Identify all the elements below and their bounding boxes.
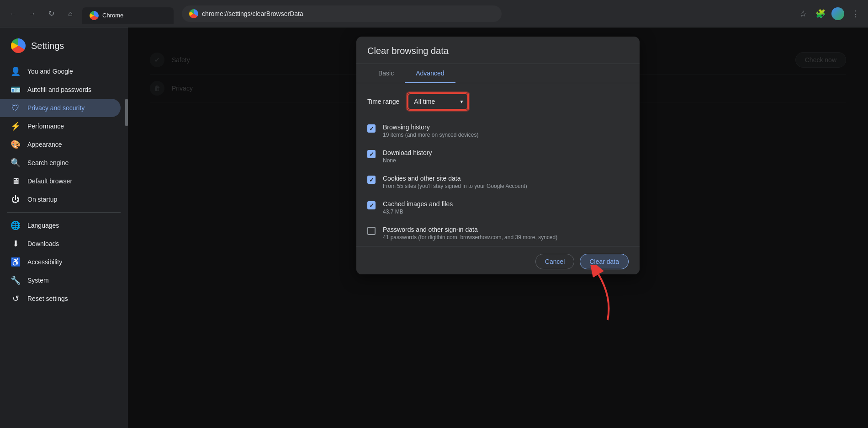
- sidebar-item-on-startup[interactable]: ⏻ On startup: [0, 190, 121, 209]
- tab-area: Chrome: [82, 5, 174, 22]
- sidebar-label-default-browser: Default browser: [27, 177, 72, 185]
- sidebar-item-performance[interactable]: ⚡ Performance: [0, 117, 121, 135]
- dialog-header: Clear browsing data: [356, 37, 640, 64]
- time-range-label: Time range: [367, 98, 399, 105]
- tab-basic[interactable]: Basic: [367, 64, 405, 83]
- speed-icon: ⚡: [11, 122, 20, 131]
- url-text: chrome://settings/clearBrowserData: [202, 10, 303, 17]
- sidebar-item-accessibility[interactable]: ♿ Accessibility: [0, 253, 121, 271]
- checkbox-browsing-history[interactable]: ✓ Browsing history 19 items (and more on…: [356, 118, 640, 144]
- sidebar-item-appearance[interactable]: 🎨 Appearance: [0, 135, 121, 154]
- cached-desc: 43.7 MB: [383, 209, 453, 215]
- clear-data-button[interactable]: Clear data: [580, 254, 629, 269]
- sidebar-label-accessibility: Accessibility: [27, 258, 62, 266]
- checkmark-icon: ✓: [369, 177, 374, 183]
- reload-button[interactable]: ↻: [44, 6, 58, 21]
- sidebar-nav: 👤 You and Google 🪪 Autofill and password…: [0, 62, 128, 308]
- forward-button[interactable]: →: [25, 6, 39, 21]
- download-icon: ⬇: [11, 239, 20, 248]
- sidebar-label-performance: Performance: [27, 123, 64, 130]
- sidebar-item-reset[interactable]: ↺ Reset settings: [0, 289, 121, 308]
- download-history-title: Download history: [383, 149, 432, 156]
- accessibility-icon: ♿: [11, 257, 20, 267]
- address-bar[interactable]: chrome://settings/clearBrowserData: [182, 5, 502, 22]
- power-icon: ⏻: [11, 195, 20, 204]
- desktop-icon: 🖥: [11, 177, 20, 186]
- active-tab[interactable]: Chrome: [82, 7, 174, 24]
- tab-advanced[interactable]: Advanced: [405, 64, 455, 83]
- checkmark-icon: ✓: [369, 125, 374, 132]
- sidebar-item-search[interactable]: 🔍 Search engine: [0, 154, 121, 172]
- main-layout: Settings 👤 You and Google 🪪 Autofill and…: [0, 27, 868, 428]
- time-range-select[interactable]: Last hour Last 24 hours Last 7 days Last…: [408, 93, 468, 110]
- sidebar-label-appearance: Appearance: [27, 141, 62, 148]
- sidebar-item-default-browser[interactable]: 🖥 Default browser: [0, 172, 121, 190]
- reset-icon: ↺: [11, 294, 20, 303]
- checkbox-cookies[interactable]: ✓ Cookies and other site data From 55 si…: [356, 169, 640, 195]
- download-history-desc: None: [383, 157, 432, 164]
- shield-icon: 🛡: [11, 103, 20, 112]
- cached-title: Cached images and files: [383, 200, 453, 208]
- checkbox-cookies-box[interactable]: ✓: [367, 176, 376, 184]
- checkbox-browsing-history-box[interactable]: ✓: [367, 124, 376, 133]
- tab-title: Chrome: [102, 12, 123, 19]
- sidebar-label-search: Search engine: [27, 159, 69, 166]
- cookies-desc: From 55 sites (you'll stay signed in to …: [383, 183, 527, 189]
- time-range-select-wrapper[interactable]: Last hour Last 24 hours Last 7 days Last…: [407, 92, 469, 111]
- sidebar-item-autofill[interactable]: 🪪 Autofill and passwords: [0, 80, 121, 99]
- checkbox-download-history-text: Download history None: [383, 149, 432, 164]
- avatar[interactable]: [831, 6, 845, 21]
- checkmark-icon: ✓: [369, 151, 374, 158]
- checkbox-cached[interactable]: ✓ Cached images and files 43.7 MB: [356, 195, 640, 220]
- sidebar-header: Settings: [0, 35, 128, 62]
- dialog-body: Time range Last hour Last 24 hours Last …: [356, 83, 640, 246]
- time-range-row: Time range Last hour Last 24 hours Last …: [356, 83, 640, 118]
- dialog-footer: Cancel Clear data: [356, 246, 640, 274]
- toolbar-icons: ☆ 🧩 ⋮: [796, 6, 863, 21]
- sidebar-label-privacy: Privacy and security: [27, 104, 85, 112]
- cookies-title: Cookies and other site data: [383, 175, 527, 182]
- person-icon: 👤: [11, 67, 20, 76]
- sidebar-item-languages[interactable]: 🌐 Languages: [0, 216, 121, 235]
- sidebar-label-downloads: Downloads: [27, 240, 59, 247]
- bookmark-icon[interactable]: ☆: [796, 6, 810, 21]
- clear-browsing-data-dialog: Clear browsing data Basic Advanced Time …: [356, 37, 640, 274]
- checkmark-icon: ✓: [369, 202, 374, 209]
- sidebar-item-privacy[interactable]: 🛡 Privacy and security: [0, 99, 121, 117]
- browsing-history-title: Browsing history: [383, 123, 478, 131]
- sidebar-item-you-and-google[interactable]: 👤 You and Google: [0, 62, 121, 80]
- palette-icon: 🎨: [11, 140, 20, 149]
- checkbox-download-history-box[interactable]: ✓: [367, 150, 376, 158]
- search-icon: 🔍: [11, 158, 20, 167]
- checkbox-browsing-history-text: Browsing history 19 items (and more on s…: [383, 123, 478, 138]
- dialog-title: Clear browsing data: [367, 46, 449, 56]
- cancel-button[interactable]: Cancel: [535, 254, 575, 269]
- site-icon: [189, 9, 198, 18]
- passwords-title: Passwords and other sign-in data: [383, 226, 557, 233]
- checkbox-passwords-text: Passwords and other sign-in data 41 pass…: [383, 226, 557, 241]
- passwords-desc: 41 passwords (for digitbin.com, browserh…: [383, 234, 557, 241]
- tab-favicon: [90, 11, 99, 20]
- badge-icon: 🪪: [11, 85, 20, 94]
- modal-backdrop[interactable]: Clear browsing data Basic Advanced Time …: [128, 27, 868, 428]
- checkbox-cached-text: Cached images and files 43.7 MB: [383, 200, 453, 215]
- sidebar-item-system[interactable]: 🔧 System: [0, 271, 121, 289]
- home-button[interactable]: ⌂: [63, 6, 78, 21]
- checkbox-download-history[interactable]: ✓ Download history None: [356, 144, 640, 169]
- extensions-icon[interactable]: 🧩: [813, 6, 828, 21]
- back-button[interactable]: ←: [5, 6, 20, 21]
- sidebar-label-languages: Languages: [27, 222, 59, 229]
- globe-icon: 🌐: [11, 221, 20, 230]
- sidebar-chrome-logo: [11, 38, 26, 53]
- dialog-tabs: Basic Advanced: [356, 64, 640, 83]
- checkbox-passwords[interactable]: Passwords and other sign-in data 41 pass…: [356, 220, 640, 246]
- sidebar-label-autofill: Autofill and passwords: [27, 86, 91, 93]
- menu-icon[interactable]: ⋮: [848, 6, 863, 21]
- checkbox-passwords-box[interactable]: [367, 227, 376, 235]
- browser-chrome-bar: ← → ↻ ⌂ Chrome chrome://settings/clearBr…: [0, 0, 868, 27]
- sidebar-item-downloads[interactable]: ⬇ Downloads: [0, 235, 121, 253]
- sidebar: Settings 👤 You and Google 🪪 Autofill and…: [0, 27, 128, 428]
- browsing-history-desc: 19 items (and more on synced devices): [383, 132, 478, 138]
- checkbox-cached-box[interactable]: ✓: [367, 201, 376, 209]
- sidebar-label-on-startup: On startup: [27, 196, 57, 203]
